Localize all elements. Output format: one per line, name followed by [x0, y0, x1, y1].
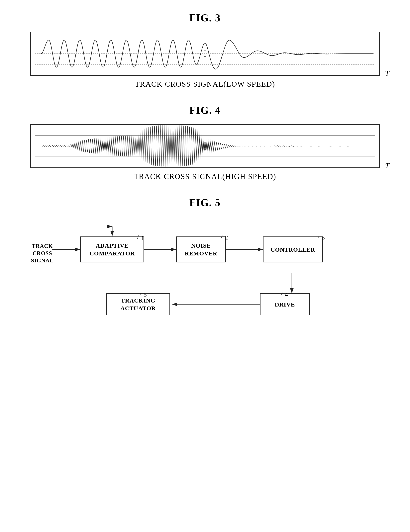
slash-2: / [221, 234, 223, 240]
tracking-actuator-block: TRACKINGACTUATOR [106, 293, 170, 315]
adaptive-comparator-block: ADAPTIVECOMPARATOR [80, 237, 144, 262]
fig4-chart [30, 124, 380, 168]
fig5-section: FIG. 5 [25, 197, 385, 336]
fig4-caption: TRACK CROSS SIGNAL(HIGH SPEED) [25, 172, 385, 181]
fig3-caption: TRACK CROSS SIGNAL(LOW SPEED) [25, 80, 385, 88]
fig3-chart [30, 32, 380, 76]
fig4-t-label: T [385, 161, 389, 170]
ref-5: 5 [144, 291, 147, 298]
controller-label: CONTROLLER [270, 246, 315, 253]
drive-label: DRIVE [275, 301, 295, 308]
controller-block: CONTROLLER [263, 237, 323, 262]
ref-4: 4 [285, 291, 288, 298]
input-label: TRACK CROSS SIGNAL [30, 242, 54, 264]
slash-1: / [137, 234, 139, 240]
slash-3: / [318, 234, 319, 240]
ref-2: 2 [225, 234, 228, 241]
page: FIG. 3 [0, 0, 410, 532]
fig3-svg [31, 32, 379, 75]
fig3-section: FIG. 3 [25, 12, 385, 88]
ref-1: 1 [141, 235, 144, 241]
fig4-title: FIG. 4 [25, 104, 385, 116]
diagram-arrows [30, 217, 380, 336]
noise-remover-block: NOISEREMOVER [176, 237, 226, 262]
slash-5: / [140, 291, 141, 297]
fig4-svg [31, 125, 379, 167]
block-diagram: TRACK CROSS SIGNAL ADAPTIVECOMPARATOR 1 … [30, 217, 380, 336]
fig4-section: FIG. 4 [25, 104, 385, 181]
fig3-t-label: T [385, 69, 389, 78]
slash-4: / [281, 291, 282, 297]
input-text: TRACK CROSS SIGNAL [31, 243, 54, 264]
fig5-title: FIG. 5 [25, 197, 385, 209]
fig3-title: FIG. 3 [25, 12, 385, 24]
ref-3: 3 [322, 234, 325, 241]
